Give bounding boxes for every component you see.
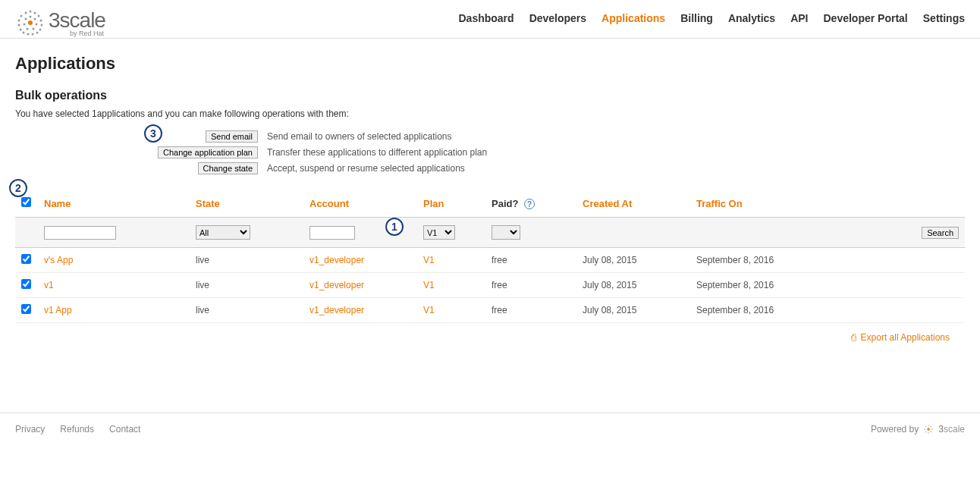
change-plan-desc: Transfer these applications to different… (267, 147, 487, 158)
send-email-desc: Send email to owners of selected applica… (267, 131, 451, 142)
change-plan-button[interactable]: Change application plan (158, 146, 258, 158)
row-checkbox[interactable] (21, 254, 31, 264)
svg-point-28 (928, 425, 929, 425)
export-icon: ⎙ (851, 332, 856, 343)
plan-link[interactable]: V1 (423, 280, 435, 290)
svg-point-13 (20, 15, 23, 17)
annotation-2: 2 (9, 179, 27, 197)
logo-icon (15, 8, 46, 38)
svg-point-19 (27, 28, 29, 30)
filter-account-input[interactable] (309, 226, 355, 240)
nav-applications[interactable]: Applications (602, 12, 665, 24)
change-state-button[interactable]: Change state (198, 162, 258, 174)
nav-api[interactable]: API (790, 12, 808, 24)
content: Applications Bulk operations You have se… (0, 39, 980, 367)
row-traffic: September 8, 2016 (690, 248, 965, 273)
bulk-desc: You have selected 1applications and you … (15, 108, 965, 119)
svg-point-23 (928, 428, 931, 431)
svg-point-31 (931, 428, 932, 429)
table-row: v1 App live v1_developer V1 free July 08… (15, 298, 965, 323)
nav-billing[interactable]: Billing (680, 12, 713, 24)
svg-point-16 (34, 18, 36, 20)
filter-row: All 1 V1 Search (15, 218, 965, 248)
svg-point-7 (32, 33, 34, 36)
svg-point-21 (25, 18, 27, 20)
app-name-link[interactable]: v1 (44, 280, 54, 290)
account-link[interactable]: v1_developer (309, 255, 364, 265)
row-checkbox[interactable] (21, 304, 31, 314)
row-created: July 08, 2015 (576, 273, 690, 298)
row-paid: free (485, 298, 576, 323)
svg-point-2 (38, 15, 40, 17)
bulk-heading: Bulk operations (15, 89, 965, 102)
account-link[interactable]: v1_developer (309, 280, 364, 290)
svg-point-26 (925, 431, 926, 432)
footer: Privacy Refunds Contact Powered by 33sca… (0, 413, 980, 445)
powered-brand: 33scalescale (938, 424, 965, 435)
svg-point-5 (39, 29, 42, 31)
svg-point-29 (928, 432, 929, 433)
help-icon[interactable]: ? (524, 199, 535, 209)
logo-byline: by Red Hat (70, 30, 105, 37)
svg-point-20 (24, 24, 26, 26)
col-created[interactable]: Created At (576, 190, 690, 218)
account-link[interactable]: v1_developer (309, 305, 364, 315)
col-name[interactable]: Name (38, 190, 190, 218)
col-account[interactable]: Account (303, 190, 417, 218)
nav-developers[interactable]: Developers (529, 12, 586, 24)
col-plan[interactable]: Plan (417, 190, 485, 218)
row-paid: free (485, 273, 576, 298)
row-paid: free (485, 248, 576, 273)
svg-point-10 (20, 29, 22, 31)
footer-contact[interactable]: Contact (109, 424, 140, 435)
svg-point-9 (23, 32, 25, 34)
app-name-link[interactable]: v1 App (44, 305, 72, 315)
send-email-button[interactable]: Send email (206, 130, 258, 143)
col-paid: Paid? ? (485, 190, 576, 218)
row-state: live (190, 298, 303, 323)
page-title: Applications (15, 54, 965, 74)
row-created: July 08, 2015 (576, 298, 690, 323)
svg-point-6 (36, 32, 39, 34)
bulk-operations: 3 Send email Send email to owners of sel… (152, 130, 965, 174)
footer-refunds[interactable]: Refunds (60, 424, 94, 435)
svg-point-17 (36, 24, 38, 26)
filter-state-select[interactable]: All (196, 225, 250, 240)
app-name-link[interactable]: v's App (44, 255, 73, 265)
filter-paid-select[interactable] (492, 225, 520, 240)
table-row: v's App live v1_developer V1 free July 0… (15, 248, 965, 273)
filter-plan-select[interactable]: V1 (423, 225, 455, 240)
change-state-desc: Accept, suspend or resume selected appli… (267, 163, 465, 174)
search-button[interactable]: Search (922, 227, 959, 239)
filter-name-input[interactable] (44, 226, 116, 240)
row-checkbox[interactable] (21, 279, 31, 289)
powered-by: Powered by 33scalescale (871, 424, 965, 435)
export-link[interactable]: ⎙ Export all Applications (851, 332, 950, 343)
col-traffic[interactable]: Traffic On (690, 190, 965, 218)
col-state[interactable]: State (190, 190, 303, 218)
svg-point-15 (30, 16, 32, 18)
svg-point-24 (925, 426, 926, 427)
logo[interactable]: 33scalescale by Red Hat (15, 8, 105, 38)
plan-link[interactable]: V1 (423, 305, 435, 315)
footer-logo-icon (923, 424, 934, 435)
table-row: v1 live v1_developer V1 free July 08, 20… (15, 273, 965, 298)
powered-label: Powered by (871, 424, 919, 435)
header: 33scalescale by Red Hat Dashboard Develo… (0, 0, 980, 39)
annotation-1: 1 (385, 218, 404, 236)
export-section: ⎙ Export all Applications (15, 323, 965, 352)
footer-privacy[interactable]: Privacy (15, 424, 45, 435)
svg-point-30 (925, 428, 925, 429)
plan-link[interactable]: V1 (423, 255, 435, 265)
row-state: live (190, 273, 303, 298)
nav-analytics[interactable]: Analytics (728, 12, 775, 24)
svg-point-8 (27, 33, 30, 36)
nav-settings[interactable]: Settings (923, 12, 965, 24)
svg-point-22 (28, 20, 33, 25)
select-all-checkbox[interactable] (21, 197, 31, 207)
svg-point-14 (25, 12, 27, 14)
svg-point-11 (18, 24, 20, 27)
nav-portal[interactable]: Developer Portal (824, 12, 908, 24)
nav-dashboard[interactable]: Dashboard (459, 12, 514, 24)
svg-point-12 (18, 20, 20, 22)
